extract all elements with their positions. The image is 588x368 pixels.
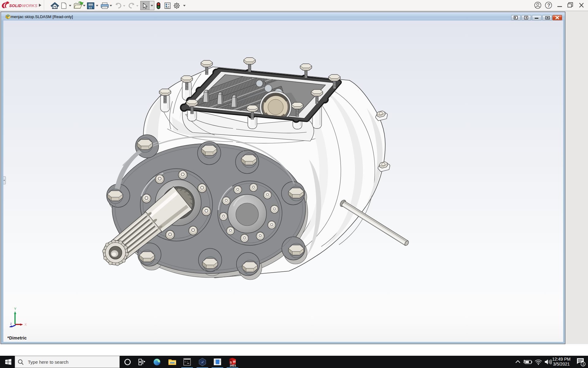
svg-text:C:\: C:\: [185, 361, 188, 363]
svg-text:SOLID: SOLID: [9, 3, 22, 8]
svg-text:X: X: [24, 323, 27, 326]
svg-text:W: W: [233, 360, 236, 364]
svg-text:Y: Y: [14, 307, 17, 311]
svg-text:2021: 2021: [230, 364, 236, 367]
svg-text:3: 3: [582, 362, 584, 366]
svg-text:?: ?: [547, 3, 550, 8]
svg-text:WORKS: WORKS: [22, 3, 37, 8]
svg-text:Z: Z: [10, 322, 12, 325]
